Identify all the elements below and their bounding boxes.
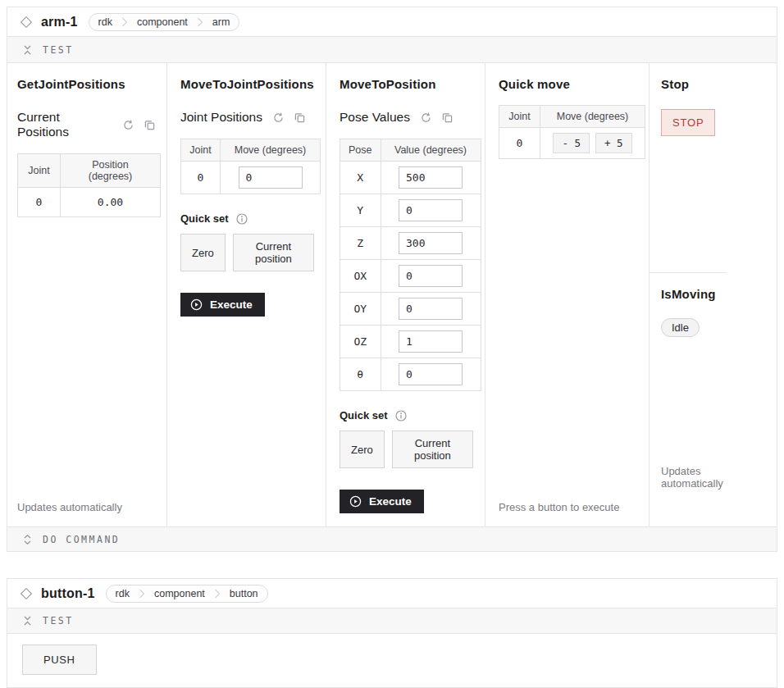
- current-positions-table: Joint Position (degrees) 0 0.00: [17, 153, 161, 217]
- execute-button[interactable]: Execute: [340, 490, 424, 513]
- pose-x-input[interactable]: [399, 166, 463, 189]
- move-plus-5-button[interactable]: + 5: [595, 133, 632, 153]
- component-diamond-icon: [21, 587, 32, 599]
- arm-card: arm-1 rdk component arm TEST GetJointPos…: [7, 7, 777, 552]
- column-header: Joint: [18, 154, 61, 188]
- chevron-right-icon: [197, 14, 203, 30]
- panel-title: MoveToJointPositions: [180, 77, 314, 91]
- table-row: Y: [340, 194, 481, 227]
- copy-icon[interactable]: [294, 112, 305, 123]
- table-row: X: [340, 162, 481, 194]
- breadcrumb-item: button: [221, 585, 267, 602]
- table-row: OY: [340, 293, 481, 326]
- move-to-joint-positions-panel: MoveToJointPositions Joint Positions Joi…: [167, 63, 326, 526]
- breadcrumb-item: arm: [203, 14, 239, 30]
- joint-position-value: 0.00: [61, 188, 161, 217]
- joint-move-input[interactable]: [239, 166, 303, 189]
- joint-index: 0: [499, 128, 540, 159]
- current-position-button[interactable]: Current position: [233, 234, 314, 271]
- column-header: Move (degrees): [221, 139, 321, 162]
- collapse-icon: [23, 45, 32, 55]
- copy-icon[interactable]: [144, 120, 155, 130]
- test-section-label: TEST: [43, 44, 74, 56]
- pose-theta-input[interactable]: [399, 363, 463, 385]
- breadcrumb-item: component: [145, 585, 214, 602]
- joint-index: 0: [18, 188, 61, 217]
- zero-button[interactable]: Zero: [180, 234, 226, 271]
- pose-oy-input[interactable]: [399, 298, 463, 320]
- table-row: OX: [340, 260, 481, 293]
- refresh-icon[interactable]: [273, 112, 284, 123]
- quick-move-table: Joint Move (degrees) 0 - 5 + 5: [499, 105, 645, 159]
- push-button[interactable]: PUSH: [22, 645, 97, 675]
- execute-button[interactable]: Execute: [180, 293, 265, 317]
- column-header: Position (degrees): [61, 154, 161, 188]
- play-icon: [349, 495, 362, 508]
- panel-footer-note: Updates automatically: [661, 453, 765, 490]
- stop-button[interactable]: STOP: [661, 109, 715, 136]
- panel-subtitle: Joint Positions: [180, 110, 262, 125]
- panel-subtitle: Pose Values: [340, 110, 410, 125]
- refresh-icon[interactable]: [421, 112, 431, 123]
- breadcrumb-item: component: [128, 14, 197, 30]
- get-joint-positions-panel: GetJointPositions Current Positions Join…: [7, 63, 167, 526]
- breadcrumb-item: rdk: [89, 14, 121, 30]
- chevron-right-icon: [121, 14, 128, 30]
- panel-subtitle: Current Positions: [17, 110, 112, 139]
- button-test-body: PUSH: [7, 634, 777, 687]
- test-section-label: TEST: [43, 615, 74, 626]
- stop-ismoving-panel: Stop STOP IsMoving Idle Updates automati…: [650, 63, 777, 526]
- breadcrumb: rdk component button: [106, 585, 268, 603]
- pose-y-input[interactable]: [399, 199, 463, 221]
- pose-z-input[interactable]: [399, 232, 463, 254]
- move-to-position-panel: MoveToPosition Pose Values Pose Value (d…: [326, 63, 485, 526]
- test-section-toggle[interactable]: TEST: [7, 608, 777, 634]
- info-icon[interactable]: [395, 410, 407, 421]
- info-icon[interactable]: [236, 213, 248, 225]
- column-header: Joint: [181, 139, 221, 162]
- execute-button-label: Execute: [210, 298, 253, 311]
- column-header: Pose: [340, 139, 381, 162]
- pose-label: θ: [340, 358, 381, 391]
- copy-icon[interactable]: [442, 112, 453, 123]
- status-badge: Idle: [661, 318, 700, 337]
- refresh-icon[interactable]: [123, 120, 134, 130]
- panel-title: Quick move: [499, 77, 570, 91]
- column-header: Move (degrees): [540, 106, 645, 128]
- do-command-section-label: DO COMMAND: [43, 534, 120, 545]
- move-minus-5-button[interactable]: - 5: [553, 133, 590, 153]
- quick-move-panel: Quick move Joint Move (degrees) 0 - 5 + …: [485, 63, 650, 526]
- arm-card-header: arm-1 rdk component arm: [7, 7, 777, 37]
- component-diamond-icon: [21, 16, 32, 27]
- panel-title: GetJointPositions: [17, 77, 125, 91]
- breadcrumb-item: rdk: [107, 585, 139, 602]
- zero-button[interactable]: Zero: [340, 431, 385, 468]
- component-name: arm-1: [41, 15, 78, 30]
- do-command-section-toggle[interactable]: DO COMMAND: [7, 526, 777, 551]
- button-card: button-1 rdk component button TEST PUSH …: [7, 578, 777, 688]
- column-header: Value (degrees): [381, 139, 481, 162]
- pose-label: X: [340, 162, 381, 194]
- component-name: button-1: [41, 586, 95, 601]
- quick-set-label: Quick set: [180, 212, 229, 225]
- breadcrumb: rdk component arm: [89, 13, 240, 31]
- panel-title: Stop: [661, 77, 715, 91]
- expand-icon: [23, 535, 32, 544]
- button-card-header: button-1 rdk component button: [7, 579, 777, 608]
- pose-label: OX: [340, 260, 381, 293]
- test-section-toggle[interactable]: TEST: [7, 37, 777, 63]
- collapse-icon: [23, 616, 32, 626]
- joint-index: 0: [181, 162, 221, 194]
- panel-title: IsMoving: [661, 287, 716, 301]
- table-row: 0: [181, 162, 321, 194]
- current-position-button[interactable]: Current position: [392, 431, 473, 468]
- execute-button-label: Execute: [369, 495, 412, 508]
- arm-test-body: GetJointPositions Current Positions Join…: [7, 63, 777, 526]
- chevron-right-icon: [214, 585, 221, 602]
- pose-ox-input[interactable]: [399, 265, 463, 287]
- table-row: θ: [340, 358, 481, 391]
- play-icon: [190, 298, 203, 311]
- pose-oz-input[interactable]: [399, 330, 463, 353]
- pose-label: OY: [340, 293, 381, 326]
- column-header: Joint: [499, 106, 540, 128]
